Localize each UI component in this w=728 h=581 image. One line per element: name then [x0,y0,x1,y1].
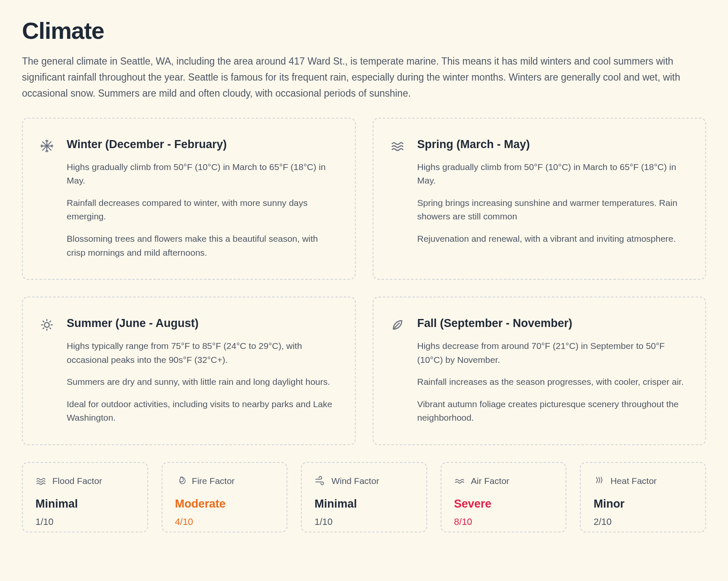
season-line: Highs gradually climb from 50°F (10°C) i… [417,160,685,188]
season-title: Spring (March - May) [417,138,685,151]
season-line: Rejuvenation and renewal, with a vibrant… [417,232,685,246]
season-line: Ideal for outdoor activities, including … [67,397,335,425]
season-line: Rainfall decreases compared to winter, w… [67,196,335,224]
season-line: Highs typically range from 75°F to 85°F … [67,339,335,367]
factor-label: Wind Factor [331,476,379,486]
factor-verdict: Minimal [314,497,414,511]
factor-label: Flood Factor [52,476,102,486]
season-line: Rainfall increases as the season progres… [417,375,685,389]
factor-score: 2/10 [593,516,693,527]
factor-score: 1/10 [35,516,135,527]
leaf-icon [390,318,405,332]
page-title: Climate [22,17,706,44]
factor-score: 8/10 [454,516,553,527]
season-title: Winter (December - February) [67,138,335,151]
season-card-summer: Summer (June - August) Highs typically r… [22,297,356,445]
waves-icon [35,476,46,486]
season-card-fall: Fall (September - November) Highs decrea… [373,297,706,445]
season-line: Highs gradually climb from 50°F (10°C) i… [67,160,335,188]
factor-label: Heat Factor [610,476,657,486]
season-line: Summers are dry and sunny, with little r… [67,375,335,389]
risk-factors-row: Flood Factor Minimal 1/10 Fire Factor Mo… [22,462,706,532]
wind-icon [314,476,325,486]
factor-label: Fire Factor [192,476,235,486]
factor-card-air: Air Factor Severe 8/10 [441,462,567,532]
factor-label: Air Factor [471,476,509,486]
season-line: Spring brings increasing sunshine and wa… [417,196,685,224]
factor-verdict: Moderate [175,497,274,511]
factor-card-flood: Flood Factor Minimal 1/10 [22,462,148,532]
factor-verdict: Minor [593,497,693,511]
fire-icon [175,476,186,486]
heat-icon [593,476,604,486]
season-line: Blossoming trees and flowers make this a… [67,232,335,259]
seasons-grid: Winter (December - February) Highs gradu… [22,118,706,445]
season-line: Vibrant autumn foliage creates picturesq… [417,397,685,425]
season-card-winter: Winter (December - February) Highs gradu… [22,118,356,280]
air-icon [454,476,465,486]
factor-score: 1/10 [314,516,414,527]
factor-verdict: Severe [454,497,553,511]
factor-card-wind: Wind Factor Minimal 1/10 [301,462,427,532]
factor-verdict: Minimal [35,497,135,511]
factor-card-fire: Fire Factor Moderate 4/10 [162,462,288,532]
snowflake-icon [40,139,54,153]
factor-card-heat: Heat Factor Minor 2/10 [580,462,706,532]
factor-score: 4/10 [175,516,274,527]
season-card-spring: Spring (March - May) Highs gradually cli… [373,118,706,280]
sun-icon [40,318,54,332]
waves-icon [390,139,405,153]
season-line: Highs decrease from around 70°F (21°C) i… [417,339,685,367]
climate-intro: The general climate in Seattle, WA, incl… [22,54,706,102]
season-title: Fall (September - November) [417,317,685,330]
season-title: Summer (June - August) [67,317,335,330]
